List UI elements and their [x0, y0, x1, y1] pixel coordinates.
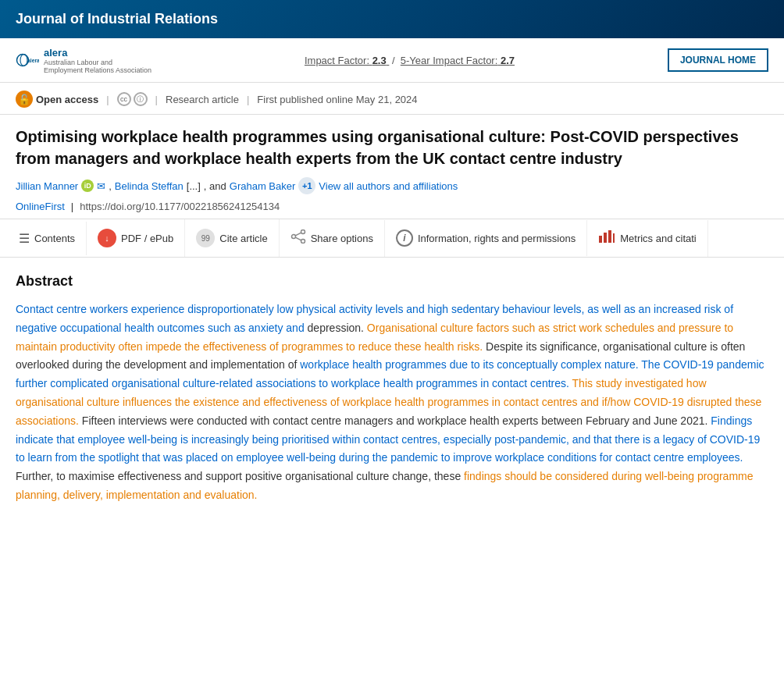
abstract-text: Contact centre workers experience dispro… — [16, 300, 768, 505]
online-first-link[interactable]: OnlineFirst — [16, 201, 65, 212]
five-year-impact-link[interactable]: 5-Year Impact Factor: 2.7 — [401, 55, 515, 66]
svg-point-1 — [20, 55, 27, 66]
metrics-icon — [598, 229, 615, 247]
impact-factor-label: Impact Factor: — [305, 55, 369, 66]
info-icon: i — [396, 229, 413, 247]
toolbar-cite[interactable]: 99 Cite article — [185, 219, 279, 257]
share-icon — [290, 229, 306, 247]
contents-label: Contents — [34, 233, 75, 244]
cite-label: Cite article — [219, 233, 267, 244]
svg-rect-10 — [608, 230, 611, 243]
abstract-span-2: depression. — [308, 322, 367, 334]
five-year-label: 5-Year Impact Factor: — [401, 55, 498, 66]
impact-factor-link[interactable]: Impact Factor: 2.3 — [305, 55, 389, 66]
article-title-section: Optimising workplace health programmes u… — [0, 115, 784, 219]
toolbar-pdf[interactable]: ↓ PDF / ePub — [87, 219, 185, 257]
author-belinda-steffan[interactable]: Belinda Steffan — [115, 180, 184, 192]
logo-label-wrapper: alera Australian Labour andEmployment Re… — [44, 46, 151, 74]
separator-2: | — [155, 94, 158, 105]
logo-main-text: alera — [44, 47, 67, 59]
doi-text: https://doi.org/10.1177/0022185624125413… — [80, 201, 280, 212]
pdf-label: PDF / ePub — [121, 233, 173, 244]
svg-rect-8 — [599, 236, 602, 243]
journal-home-button[interactable]: JOURNAL HOME — [668, 48, 768, 72]
author-jillian-manner[interactable]: Jillian Manner — [16, 180, 78, 192]
doi-line: OnlineFirst | https://doi.org/10.1177/00… — [16, 201, 768, 212]
svg-line-6 — [295, 233, 301, 236]
toolbar-info[interactable]: i Information, rights and permissions — [385, 220, 587, 256]
header-bar: Journal of Industrial Relations — [0, 0, 784, 38]
metrics-label: Metrics and citati — [620, 233, 697, 244]
contents-icon: ☰ — [19, 231, 30, 246]
toolbar-metrics[interactable]: Metrics and citati — [587, 220, 708, 257]
abstract-span-10: Further, to maximise effectiveness and s… — [16, 470, 464, 482]
cite-icon: 99 — [196, 229, 215, 247]
doi-separator: | — [71, 201, 73, 212]
alera-logo-icon: alera — [16, 48, 39, 72]
open-access-icon: 🔓 — [16, 91, 33, 108]
impact-factors-section: Impact Factor: 2.3 / 5-Year Impact Facto… — [305, 55, 515, 66]
info-label: Information, rights and permissions — [418, 233, 576, 244]
cc-icons: cc ⓘ — [117, 92, 148, 106]
journal-info-bar: alera alera Australian Labour andEmploym… — [0, 38, 784, 83]
toolbar-contents[interactable]: ☰ Contents — [8, 222, 87, 255]
toolbar-share[interactable]: Share options — [280, 220, 385, 257]
email-icon-jillian[interactable]: ✉ — [97, 180, 105, 192]
open-access-badge: 🔓 Open access — [16, 91, 98, 108]
share-label: Share options — [311, 233, 373, 244]
author-graham-baker[interactable]: Graham Baker — [230, 180, 296, 192]
svg-point-3 — [301, 229, 305, 233]
author-separator-1: , — [109, 180, 112, 192]
article-toolbar: ☰ Contents ↓ PDF / ePub 99 Cite article … — [0, 219, 784, 258]
authors-line: Jillian Manner iD ✉ , Belinda Steffan [.… — [16, 177, 768, 194]
journal-title: Journal of Industrial Relations — [16, 11, 768, 27]
article-title: Optimising workplace health programmes u… — [16, 126, 768, 169]
abstract-title: Abstract — [16, 273, 768, 290]
impact-factor-value: 2.3 — [372, 55, 387, 66]
article-type: Research article — [166, 94, 239, 105]
logo-sub-text: Australian Labour andEmployment Relation… — [44, 59, 151, 74]
svg-rect-9 — [604, 233, 607, 243]
five-year-value: 2.7 — [501, 55, 515, 66]
svg-point-5 — [291, 234, 295, 238]
svg-line-7 — [295, 237, 301, 240]
open-access-label: Open access — [36, 94, 98, 105]
journal-logo: alera alera Australian Labour andEmploym… — [16, 46, 151, 74]
view-all-authors-link[interactable]: View all authors and affiliations — [319, 180, 458, 192]
separator-1: | — [106, 94, 109, 105]
published-date: First published online May 21, 2024 — [257, 94, 417, 105]
cc-icon-2: ⓘ — [134, 92, 148, 106]
abstract-span-8: Fifteen interviews were conducted with c… — [82, 414, 711, 427]
separator-3: | — [247, 94, 249, 105]
svg-point-4 — [301, 239, 305, 243]
svg-text:alera: alera — [27, 58, 39, 63]
pdf-icon: ↓ — [98, 229, 116, 247]
cc-icon-1: cc — [117, 92, 131, 106]
article-meta-line: 🔓 Open access | cc ⓘ | Research article … — [0, 83, 784, 115]
et-al-text: [...] — [187, 180, 201, 192]
extra-authors-badge[interactable]: +1 — [298, 177, 315, 194]
svg-rect-11 — [613, 233, 615, 243]
abstract-section: Abstract Contact centre workers experien… — [0, 258, 784, 513]
author-and-text: , and — [204, 180, 226, 192]
orcid-badge-jillian: iD — [81, 180, 94, 192]
